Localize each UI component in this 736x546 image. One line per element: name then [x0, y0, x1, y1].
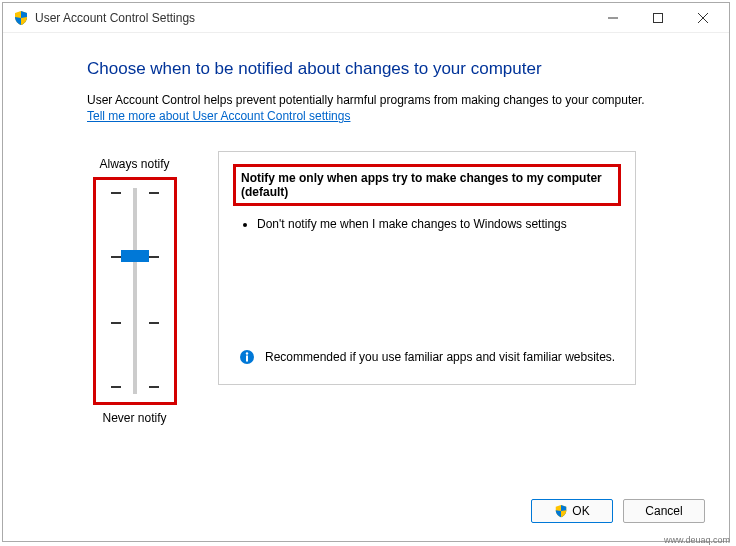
ok-button[interactable]: OK [531, 499, 613, 523]
slider-tick [149, 322, 159, 324]
slider-label-always: Always notify [87, 157, 182, 171]
svg-rect-6 [246, 356, 248, 362]
ok-label: OK [572, 504, 589, 518]
window-title: User Account Control Settings [35, 11, 590, 25]
watermark: www.deuaq.com [664, 535, 730, 545]
info-bullet: Don't notify me when I make changes to W… [257, 216, 621, 233]
info-list: Don't notify me when I make changes to W… [257, 216, 621, 233]
body-area: Always notify Never notify [87, 151, 695, 431]
slider-tick [149, 192, 159, 194]
shield-icon [554, 504, 568, 518]
info-title-box: Notify me only when apps try to make cha… [233, 164, 621, 206]
recommendation-text: Recommended if you use familiar apps and… [265, 349, 615, 366]
svg-rect-1 [653, 13, 662, 22]
slider-tick [111, 386, 121, 388]
slider-tick [111, 256, 121, 258]
window-controls [590, 3, 725, 32]
dialog-footer: OK Cancel [531, 499, 705, 523]
info-panel: Notify me only when apps try to make cha… [218, 151, 636, 385]
uac-window: User Account Control Settings Choose whe… [2, 2, 730, 542]
slider-tick [149, 256, 159, 258]
info-title: Notify me only when apps try to make cha… [241, 171, 613, 199]
notification-slider[interactable] [93, 177, 177, 405]
slider-thumb[interactable] [121, 250, 149, 262]
minimize-button[interactable] [590, 3, 635, 32]
page-heading: Choose when to be notified about changes… [87, 59, 695, 79]
svg-point-5 [246, 353, 248, 355]
page-description: User Account Control helps prevent poten… [87, 93, 695, 107]
recommendation: Recommended if you use familiar apps and… [239, 349, 621, 366]
slider-tick [149, 386, 159, 388]
slider-tick [111, 322, 121, 324]
cancel-label: Cancel [645, 504, 682, 518]
shield-icon [13, 10, 29, 26]
help-link[interactable]: Tell me more about User Account Control … [87, 109, 350, 123]
content-area: Choose when to be notified about changes… [3, 33, 729, 431]
info-icon [239, 349, 255, 365]
close-button[interactable] [680, 3, 725, 32]
maximize-button[interactable] [635, 3, 680, 32]
cancel-button[interactable]: Cancel [623, 499, 705, 523]
slider-column: Always notify Never notify [87, 151, 182, 431]
slider-track [133, 188, 137, 394]
slider-label-never: Never notify [87, 411, 182, 425]
slider-tick [111, 192, 121, 194]
titlebar: User Account Control Settings [3, 3, 729, 33]
